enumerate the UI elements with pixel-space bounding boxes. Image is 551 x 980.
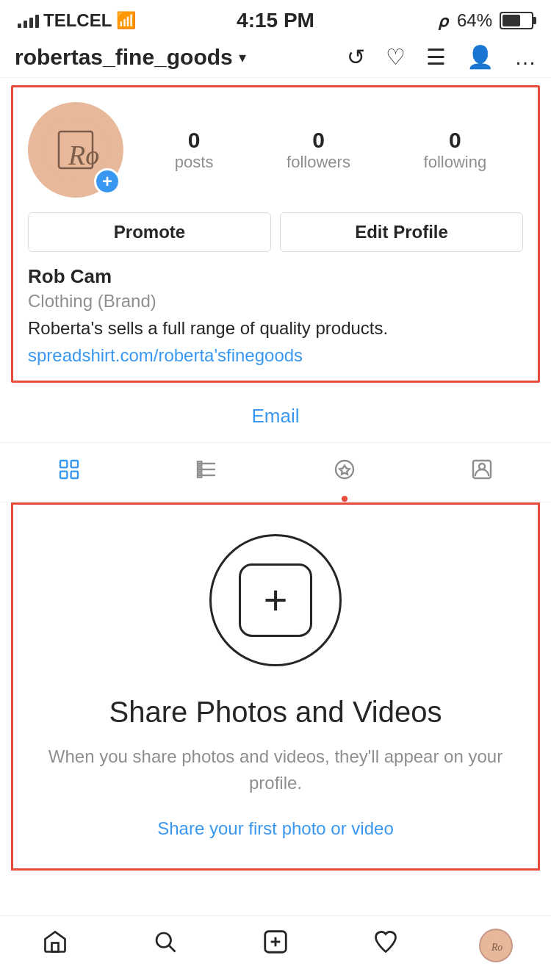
tab-list[interactable]	[138, 443, 276, 502]
add-media-circle[interactable]: +	[209, 534, 342, 666]
username-container[interactable]: robertas_fine_goods ▾	[15, 45, 347, 70]
followers-label: followers	[287, 153, 350, 172]
signal-icon	[18, 13, 39, 28]
tab-grid[interactable]	[0, 443, 138, 502]
bottom-nav: Ro	[0, 915, 551, 980]
svg-rect-4	[71, 461, 77, 467]
svg-rect-5	[60, 471, 67, 478]
empty-title: Share Photos and Videos	[109, 696, 442, 729]
bluetooth-icon: 𝞺	[439, 10, 450, 31]
nav-home[interactable]	[0, 929, 110, 962]
add-media-icon: +	[239, 563, 312, 637]
followers-count: 0	[312, 128, 325, 153]
svg-text:Ro: Ro	[491, 941, 503, 952]
profile-bio: Roberta's sells a full range of quality …	[28, 316, 523, 341]
stats-container: 0 posts 0 followers 0 following	[138, 128, 523, 172]
profile-header: Ro + 0 posts 0 followers 0 following	[28, 102, 523, 198]
svg-marker-14	[339, 465, 349, 474]
carrier-signal: TELCEL 📶	[18, 10, 136, 31]
action-buttons: Promote Edit Profile	[28, 212, 523, 252]
add-photo-button[interactable]: +	[94, 168, 120, 195]
profile-name: Rob Cam	[28, 265, 523, 288]
svg-point-16	[479, 464, 485, 469]
profile-section: Ro + 0 posts 0 followers 0 following Pro…	[11, 85, 540, 383]
add-post-icon	[262, 928, 289, 962]
svg-line-19	[169, 945, 175, 951]
top-nav: robertas_fine_goods ▾ ↺ ♡ ☰ 👤 …	[0, 37, 551, 78]
email-button[interactable]: Email	[251, 405, 299, 428]
tagged-icon	[333, 458, 356, 487]
svg-rect-6	[71, 471, 77, 478]
nav-search[interactable]	[110, 929, 220, 962]
status-right: 𝞺 64%	[439, 10, 533, 31]
heart-icon	[372, 929, 399, 962]
chevron-down-icon[interactable]: ▾	[239, 48, 246, 66]
svg-rect-17	[52, 943, 59, 952]
posts-count: 0	[188, 128, 201, 153]
promote-button[interactable]: Promote	[28, 212, 271, 252]
nav-add[interactable]	[220, 928, 331, 962]
carrier-label: TELCEL	[43, 10, 112, 31]
more-icon[interactable]: …	[514, 45, 536, 70]
add-person-icon[interactable]: 👤	[467, 44, 494, 70]
followers-stat[interactable]: 0 followers	[287, 128, 350, 172]
nav-profile[interactable]: Ro	[441, 929, 551, 962]
username-label[interactable]: robertas_fine_goods	[15, 45, 233, 70]
svg-rect-3	[60, 461, 67, 467]
svg-point-18	[156, 933, 171, 948]
history-icon[interactable]: ↺	[347, 44, 365, 70]
profile-info: Rob Cam Clothing (Brand) Roberta's sells…	[28, 265, 523, 366]
battery-icon	[500, 12, 533, 29]
following-stat[interactable]: 0 following	[424, 128, 487, 172]
edit-profile-button[interactable]: Edit Profile	[280, 212, 523, 252]
home-icon	[42, 929, 68, 962]
profile-category: Clothing (Brand)	[28, 291, 523, 311]
tab-tagged[interactable]	[276, 443, 414, 502]
battery-percentage: 64%	[457, 10, 492, 31]
svg-text:Ro: Ro	[68, 140, 99, 170]
avatar-container: Ro +	[28, 102, 123, 198]
following-label: following	[424, 153, 487, 172]
following-count: 0	[449, 128, 461, 153]
grid-icon	[57, 458, 81, 487]
svg-point-13	[336, 461, 353, 478]
time-display: 4:15 PM	[237, 9, 314, 32]
people-icon	[470, 458, 494, 487]
wifi-icon: 📶	[116, 11, 136, 30]
tab-people[interactable]	[414, 443, 552, 502]
bookmark-icon[interactable]: ♡	[386, 44, 406, 70]
nav-activity[interactable]	[331, 929, 441, 962]
posts-label: posts	[175, 153, 214, 172]
plus-icon: +	[264, 580, 288, 621]
tab-bar	[0, 443, 551, 502]
profile-avatar-bottom[interactable]: Ro	[479, 929, 513, 962]
search-icon	[152, 929, 179, 962]
share-first-link[interactable]: Share your first photo or video	[157, 818, 394, 839]
empty-subtitle: When you share photos and videos, they'l…	[35, 743, 516, 796]
empty-content-area: + Share Photos and Videos When you share…	[11, 502, 540, 871]
list-tab-icon	[195, 458, 218, 487]
list-icon[interactable]: ☰	[426, 44, 446, 70]
posts-stat[interactable]: 0 posts	[175, 128, 214, 172]
nav-icons: ↺ ♡ ☰ 👤 …	[347, 44, 536, 70]
status-bar: TELCEL 📶 4:15 PM 𝞺 64%	[0, 0, 551, 37]
profile-link[interactable]: spreadshirt.com/roberta'sfinegoods	[28, 345, 303, 365]
email-section: Email	[0, 390, 551, 443]
